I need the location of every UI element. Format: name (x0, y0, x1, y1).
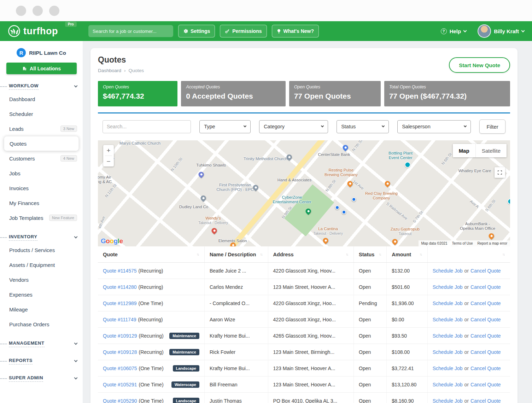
map-type-map-button[interactable]: Map (453, 144, 475, 157)
sidebar-item-customers[interactable]: Customers4 New (0, 151, 83, 166)
map-marker-pin-orange[interactable] (385, 181, 390, 186)
sidebar-item-expenses[interactable]: Expenses (0, 287, 83, 302)
zoom-in-button[interactable]: + (103, 145, 114, 156)
cancel-quote-link[interactable]: Cancel Quote (470, 333, 501, 339)
filter-select-type[interactable]: Type (199, 120, 251, 133)
quote-link[interactable]: Quote #106075 (103, 366, 137, 371)
breadcrumb-dashboard-link[interactable]: Dashboard (98, 68, 121, 73)
schedule-job-link[interactable]: Schedule Job (433, 349, 463, 355)
sidebar-item-products-services[interactable]: Products / Services (0, 243, 83, 257)
sidebar-item-scheduler[interactable]: Scheduler (0, 106, 83, 121)
sort-icon[interactable]: ↑↓ (197, 252, 199, 256)
map-marker-dot-blue[interactable] (352, 197, 356, 202)
quote-link[interactable]: Quote #109129 (103, 333, 137, 339)
sidebar-item-dashboard[interactable]: Dashboard (0, 92, 83, 106)
map[interactable]: Marys Catholic ChurchTuhkimo ShawlsTrini… (98, 140, 510, 246)
sidebar-section-reports[interactable]: REPORTS (0, 356, 83, 366)
column-header-amount[interactable]: Amount↑↓ (387, 246, 427, 262)
cancel-quote-link[interactable]: Cancel Quote (470, 268, 501, 274)
column-header-quote[interactable]: Quote↑↓ (98, 246, 205, 262)
quote-link[interactable]: Quote #111749 (103, 317, 136, 322)
app-logo[interactable]: turfhop Pro (8, 25, 83, 37)
column-header-actions[interactable]: ↑↓ (428, 246, 510, 262)
sidebar-item-leads[interactable]: Leads3 New (0, 121, 83, 136)
map-marker-pin-orange[interactable] (489, 233, 494, 239)
sidebar-section-management[interactable]: MANAGEMENT (0, 339, 83, 349)
filter-select-salesperson[interactable]: Salesperson (397, 120, 471, 133)
zoom-out-button[interactable]: − (103, 156, 114, 167)
map-marker-pin-orange[interactable] (392, 239, 398, 244)
sort-icon[interactable]: ↑↓ (260, 252, 263, 256)
sort-icon[interactable]: ↑↓ (346, 252, 349, 256)
cancel-quote-link[interactable]: Cancel Quote (470, 398, 501, 403)
terms-of-use-link[interactable]: Terms of Use (452, 241, 473, 245)
column-header-status[interactable]: Status↑↓ (354, 246, 387, 262)
map-marker-pin-green[interactable] (306, 209, 311, 214)
map-marker-dot-blue[interactable] (342, 210, 346, 214)
filter-select-category[interactable]: Category (259, 120, 328, 133)
settings-button[interactable]: Settings (178, 25, 215, 37)
user-menu[interactable]: Billy Kraft (478, 24, 524, 38)
sidebar-item-invoices[interactable]: Invoices (0, 181, 83, 195)
permissions-button[interactable]: Permissions (220, 25, 267, 37)
schedule-job-link[interactable]: Schedule Job (433, 317, 463, 322)
sidebar-item-purchase-orders[interactable]: Purchase Orders (0, 317, 83, 332)
schedule-job-link[interactable]: Schedule Job (433, 382, 463, 387)
global-search-input[interactable] (88, 25, 173, 37)
sidebar-section-workflow[interactable]: WORKFLOW (0, 81, 83, 92)
quote-link[interactable]: Quote #105291 (103, 382, 137, 387)
column-header-name-description[interactable]: Name / Description↑↓ (205, 246, 268, 262)
map-marker-pin-gray[interactable] (287, 154, 292, 160)
sort-icon[interactable]: ↑↓ (502, 252, 505, 256)
map-marker-pin-gray[interactable] (253, 185, 258, 190)
map-marker-dot-blue[interactable] (335, 205, 339, 210)
google-logo[interactable]: Google (101, 237, 123, 245)
quote-link[interactable]: Quote #112989 (103, 300, 137, 306)
sidebar-item-my-finances[interactable]: My Finances (0, 195, 83, 210)
cancel-quote-link[interactable]: Cancel Quote (470, 366, 501, 371)
report-map-error-link[interactable]: Report a map error (478, 241, 507, 245)
quote-link[interactable]: Quote #109128 (103, 349, 137, 355)
schedule-job-link[interactable]: Schedule Job (433, 268, 463, 274)
map-type-satellite-button[interactable]: Satellite (475, 144, 507, 157)
map-marker-pin-gray[interactable] (201, 195, 206, 201)
whats-new-button[interactable]: What's New? (272, 25, 319, 37)
map-marker-circle-teal[interactable] (508, 199, 510, 205)
map-marker-pin-blue[interactable] (343, 145, 348, 150)
start-new-quote-button[interactable]: Start New Quote (449, 57, 510, 73)
cancel-quote-link[interactable]: Cancel Quote (470, 300, 501, 306)
sidebar-section-inventory[interactable]: INVENTORY (0, 232, 83, 243)
quote-link[interactable]: Quote #114575 (103, 268, 137, 274)
schedule-job-link[interactable]: Schedule Job (433, 300, 463, 306)
schedule-job-link[interactable]: Schedule Job (433, 366, 463, 371)
sidebar-item-vendors[interactable]: Vendors (0, 272, 83, 287)
company-selector[interactable]: R RIIPL Lawn Co (0, 47, 83, 58)
map-marker-circle-teal[interactable] (405, 162, 411, 168)
quote-link[interactable]: Quote #105290 (103, 398, 137, 403)
sidebar-item-job-templates[interactable]: Job TemplatesNew Feature (0, 210, 83, 225)
filter-button[interactable]: Filter (479, 119, 505, 134)
map-marker-pin-red[interactable] (212, 228, 217, 233)
schedule-job-link[interactable]: Schedule Job (433, 284, 463, 290)
help-menu[interactable]: ? Help (441, 28, 467, 34)
all-locations-button[interactable]: All Locations (6, 63, 77, 74)
sidebar-section-super-admin[interactable]: SUPER ADMIN (0, 373, 83, 384)
quote-link[interactable]: Quote #114280 (103, 284, 137, 290)
fullscreen-button[interactable] (495, 167, 505, 178)
sort-icon[interactable]: ↑↓ (379, 252, 381, 256)
cancel-quote-link[interactable]: Cancel Quote (470, 349, 501, 355)
map-marker-pin-orange[interactable] (230, 243, 236, 246)
sidebar-item-quotes[interactable]: Quotes (4, 136, 79, 151)
quotes-search-input[interactable] (103, 120, 191, 133)
filter-select-status[interactable]: Status (337, 120, 389, 133)
map-marker-pin-orange[interactable] (347, 181, 353, 186)
sidebar-item-mileage[interactable]: Mileage (0, 302, 83, 317)
schedule-job-link[interactable]: Schedule Job (433, 333, 463, 339)
window-control-dot[interactable] (49, 6, 59, 16)
column-header-address[interactable]: Address↑↓ (268, 246, 354, 262)
map-marker-pin-indigo[interactable] (199, 172, 204, 177)
sort-icon[interactable]: ↑↓ (420, 252, 422, 256)
window-control-dot[interactable] (33, 6, 43, 16)
window-control-dot[interactable] (16, 6, 26, 16)
cancel-quote-link[interactable]: Cancel Quote (470, 382, 501, 387)
